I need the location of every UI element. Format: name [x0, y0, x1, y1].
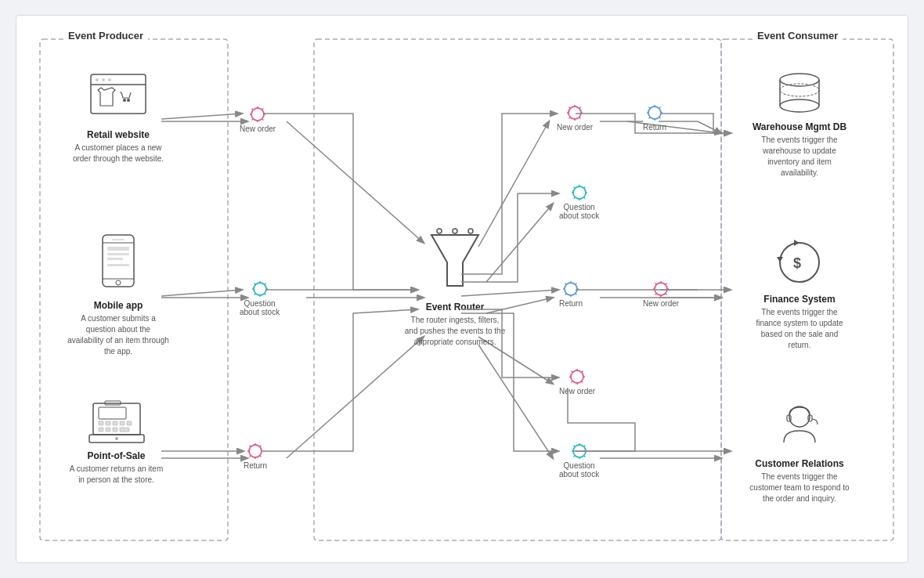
event-new-order-bottom: New order — [559, 368, 595, 396]
svg-line-91 — [260, 446, 262, 447]
svg-point-54 — [468, 229, 473, 233]
customer-title: Customer Relations — [755, 458, 843, 469]
event-question-mid: Question about stock — [559, 184, 599, 220]
event-return-mid-label: Return — [559, 299, 583, 308]
router-desc: The router ingests, filters, and pushes … — [404, 315, 506, 348]
svg-line-152 — [573, 446, 575, 447]
svg-line-125 — [565, 284, 567, 285]
svg-line-83 — [254, 294, 255, 295]
svg-line-143 — [572, 371, 573, 373]
svg-line-17 — [698, 121, 721, 133]
svg-rect-21 — [91, 74, 146, 114]
pos-node: Point-of-Sale A customer returns an item… — [56, 392, 177, 486]
svg-text:$: $ — [793, 255, 801, 271]
finance-node: $ Finance System The events trigger the … — [737, 235, 862, 351]
svg-line-145 — [582, 371, 583, 373]
svg-line-127 — [576, 284, 577, 285]
finance-title: Finance System — [763, 294, 835, 305]
svg-line-154 — [583, 446, 585, 447]
consumer-label: Event Consumer — [753, 30, 843, 42]
retail-node: Retail website A customer places a new o… — [63, 70, 173, 164]
svg-line-81 — [264, 294, 265, 295]
diagram-wrapper: Event Producer Event Consumer Retail web… — [16, 15, 908, 563]
svg-line-13 — [478, 345, 553, 458]
svg-rect-34 — [107, 253, 129, 255]
svg-line-155 — [573, 456, 575, 457]
svg-line-136 — [666, 284, 667, 285]
svg-line-117 — [583, 197, 585, 199]
svg-point-53 — [453, 229, 457, 233]
svg-rect-41 — [106, 421, 110, 425]
retail-desc: A customer places a new order through th… — [67, 143, 169, 164]
svg-line-72 — [262, 119, 264, 121]
svg-point-25 — [108, 78, 111, 81]
svg-rect-45 — [99, 428, 103, 432]
svg-line-153 — [583, 456, 585, 457]
svg-line-156 — [161, 114, 242, 119]
svg-line-71 — [252, 109, 254, 110]
event-return-right-top-label: Return — [643, 123, 666, 132]
svg-rect-42 — [113, 421, 117, 425]
customer-node: Customer Relations The events trigger th… — [737, 399, 862, 504]
svg-rect-48 — [120, 428, 129, 432]
retail-title: Retail website — [87, 129, 150, 140]
svg-rect-47 — [113, 428, 117, 432]
event-return-left-label: Return — [244, 461, 267, 470]
svg-rect-40 — [99, 421, 103, 425]
svg-line-137 — [655, 294, 657, 295]
svg-line-110 — [649, 117, 651, 119]
svg-point-28 — [127, 99, 130, 102]
svg-line-82 — [264, 284, 265, 285]
svg-rect-46 — [106, 428, 110, 432]
mobile-desc: A customer submits a question about the … — [67, 313, 169, 357]
finance-desc: The events trigger the finance system to… — [749, 307, 850, 351]
svg-line-74 — [252, 119, 254, 121]
event-new-order-left: New order — [240, 106, 276, 133]
svg-line-134 — [655, 284, 657, 285]
svg-line-116 — [573, 187, 575, 189]
router-node: Event Router The router ingests, filters… — [400, 227, 510, 348]
warehouse-title: Warehouse Mgmt DB — [753, 121, 846, 132]
svg-point-23 — [96, 78, 99, 81]
svg-point-24 — [102, 78, 105, 81]
svg-line-92 — [250, 456, 251, 457]
svg-rect-33 — [107, 247, 129, 251]
svg-line-126 — [576, 294, 577, 295]
producer-label: Event Producer — [63, 30, 148, 42]
router-title: Event Router — [426, 302, 485, 312]
svg-point-27 — [123, 99, 126, 102]
svg-rect-37 — [112, 239, 125, 240]
svg-line-118 — [583, 187, 585, 189]
event-question-bottom-label: Question about stock — [559, 461, 599, 479]
event-question-left: Question about stock — [240, 280, 280, 316]
mobile-node: Mobile app A customer submits a question… — [67, 233, 169, 357]
svg-line-89 — [250, 446, 251, 447]
svg-line-119 — [573, 197, 575, 199]
svg-point-32 — [116, 280, 121, 285]
event-return-mid: Return — [559, 280, 583, 308]
warehouse-node: Warehouse Mgmt DB The events trigger the… — [737, 70, 862, 179]
svg-rect-39 — [99, 407, 126, 419]
svg-point-55 — [780, 74, 819, 86]
event-return-right-top: Return — [643, 104, 666, 132]
event-new-order-right-top-label: New order — [557, 123, 593, 132]
svg-rect-36 — [107, 264, 129, 266]
svg-marker-60 — [794, 240, 799, 246]
svg-marker-61 — [777, 257, 783, 262]
svg-line-157 — [161, 290, 242, 296]
mobile-title: Mobile app — [94, 300, 143, 311]
svg-line-15 — [627, 121, 721, 133]
svg-line-128 — [565, 294, 567, 295]
svg-line-109 — [659, 107, 661, 109]
svg-line-135 — [666, 294, 667, 295]
customer-desc: The events trigger the customer team to … — [749, 471, 850, 504]
event-new-order-bottom-label: New order — [559, 387, 595, 396]
svg-point-52 — [437, 229, 442, 233]
svg-line-90 — [260, 456, 262, 457]
svg-line-8 — [287, 337, 424, 458]
svg-rect-43 — [120, 421, 125, 425]
event-question-bottom: Question about stock — [559, 443, 599, 479]
svg-line-101 — [569, 117, 571, 119]
svg-rect-35 — [107, 258, 123, 260]
svg-line-73 — [262, 109, 264, 110]
